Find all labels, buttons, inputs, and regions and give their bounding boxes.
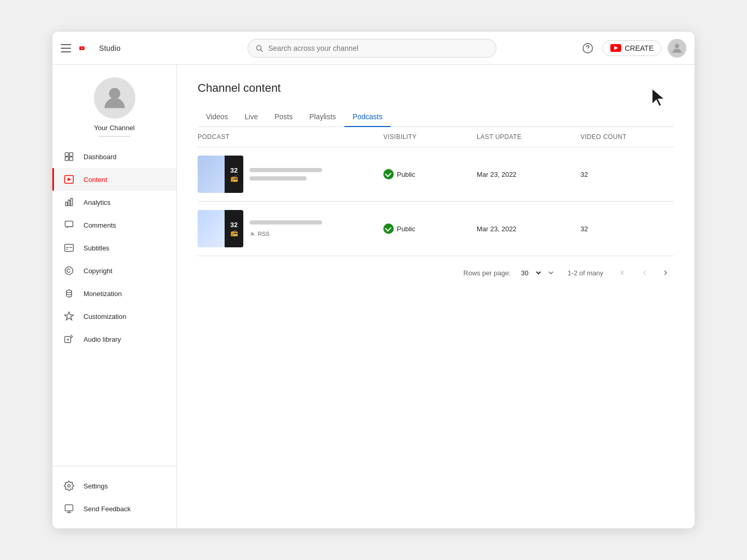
copyright-label: Copyright — [84, 267, 113, 275]
tab-posts[interactable]: Posts — [266, 107, 301, 127]
audio-library-icon — [63, 333, 75, 345]
podcast-radio-icon-1: 📻 — [230, 175, 238, 182]
tab-podcasts[interactable]: Podcasts — [344, 107, 391, 127]
dashboard-icon — [63, 150, 75, 163]
header-visibility: Visibility — [383, 133, 477, 141]
visibility-label-1: Public — [397, 171, 415, 178]
podcast-title-line-1 — [250, 168, 322, 172]
sidebar-item-audio-library[interactable]: Audio library — [52, 328, 176, 351]
rows-per-page-select[interactable]: 30 50 100 — [517, 268, 543, 278]
search-icon — [255, 44, 263, 52]
header-podcast: Podcast — [198, 133, 383, 141]
sidebar-item-subtitles[interactable]: Subtitles — [52, 236, 176, 259]
content-label: Content — [84, 176, 107, 184]
header-video-count: Video count — [580, 133, 674, 141]
pagination-range: 1-2 of many — [568, 269, 603, 277]
content-icon — [63, 173, 75, 186]
rss-tag: RSS — [250, 231, 322, 237]
content-tabs: Videos Live Posts Playlists Podcasts — [198, 107, 674, 127]
channel-avatar[interactable] — [94, 77, 135, 119]
tab-videos[interactable]: Videos — [198, 107, 237, 127]
monetization-icon — [63, 287, 75, 300]
svg-point-28 — [68, 485, 71, 487]
svg-point-9 — [109, 88, 120, 100]
sidebar-item-monetization[interactable]: Monetization — [52, 282, 176, 305]
channel-info: Your Channel — [52, 65, 176, 145]
logo[interactable]: Studio — [79, 43, 121, 54]
pagination-next-button[interactable] — [657, 264, 674, 281]
dashboard-label: Dashboard — [84, 153, 117, 161]
podcast-thumbnail-2[interactable]: 32 📻 — [198, 210, 243, 247]
podcast-cell-1: 32 📻 — [198, 156, 383, 193]
studio-label: Studio — [99, 44, 121, 52]
page-title: Channel content — [198, 81, 674, 95]
analytics-label: Analytics — [84, 199, 110, 206]
visibility-cell-1: Public — [383, 169, 477, 179]
svg-rect-18 — [71, 199, 72, 206]
table-row: 32 📻 RSS — [198, 202, 674, 256]
sidebar-item-settings[interactable]: Settings — [52, 474, 176, 497]
count-cell-2: 32 — [580, 225, 674, 233]
audio-library-label: Audio library — [84, 335, 121, 343]
monetization-label: Monetization — [84, 290, 122, 298]
sidebar-item-analytics[interactable]: Analytics — [52, 191, 176, 214]
avatar[interactable] — [668, 39, 686, 58]
subtitles-icon — [63, 242, 75, 254]
feedback-label: Send Feedback — [84, 505, 131, 513]
create-label: CREATE — [625, 44, 654, 52]
pagination: Rows per page: 30 50 100 1-2 of many — [198, 256, 674, 289]
date-cell-1: Mar 23, 2022 — [477, 171, 580, 178]
sidebar-item-copyright[interactable]: Copyright — [52, 259, 176, 282]
visibility-cell-2: Public — [383, 223, 477, 234]
svg-rect-13 — [70, 157, 73, 161]
podcast-info-2: RSS — [250, 220, 322, 237]
podcasts-table: Podcast Visibility Last update Video cou… — [198, 127, 674, 289]
header-last-update: Last update — [477, 133, 580, 141]
sidebar-item-dashboard[interactable]: Dashboard — [52, 145, 176, 168]
comments-label: Comments — [84, 221, 116, 229]
topbar-right: CREATE — [579, 39, 686, 58]
analytics-icon — [63, 196, 75, 208]
table-row: 32 📻 Public Mar 23, 2022 — [198, 147, 674, 202]
podcast-thumbnail-1[interactable]: 32 📻 — [198, 156, 243, 193]
subtitles-label: Subtitles — [84, 244, 109, 252]
help-button[interactable] — [579, 40, 596, 57]
hamburger-menu-icon[interactable] — [61, 42, 73, 54]
main-content: Channel content Videos Live Posts Playli… — [177, 65, 695, 528]
sidebar: Your Channel Dashboard — [52, 65, 177, 528]
svg-rect-20 — [65, 244, 74, 251]
svg-rect-19 — [65, 221, 73, 227]
pagination-prev-button[interactable] — [637, 264, 653, 281]
nav-bottom: Settings Send Feedback — [52, 466, 176, 520]
podcast-subtitle-line-1 — [250, 176, 307, 180]
rss-label: RSS — [258, 231, 270, 237]
svg-rect-10 — [65, 153, 69, 157]
sidebar-item-comments[interactable]: Comments — [52, 214, 176, 236]
svg-rect-27 — [65, 337, 71, 343]
search-input[interactable] — [268, 44, 489, 52]
table-header: Podcast Visibility Last update Video cou… — [198, 127, 674, 147]
tab-playlists[interactable]: Playlists — [301, 107, 344, 127]
svg-line-3 — [261, 49, 262, 51]
customization-icon — [63, 310, 75, 323]
create-button[interactable]: CREATE — [602, 40, 661, 56]
svg-point-5 — [588, 50, 588, 50]
dropdown-icon — [547, 269, 555, 277]
settings-label: Settings — [84, 482, 108, 490]
copyright-icon — [63, 264, 75, 277]
pagination-first-button[interactable] — [616, 264, 632, 281]
visibility-dot-2 — [383, 223, 394, 234]
sidebar-item-customization[interactable]: Customization — [52, 305, 176, 328]
channel-name: Your Channel — [94, 124, 134, 132]
sidebar-item-content[interactable]: Content — [52, 168, 176, 191]
svg-rect-12 — [65, 157, 69, 161]
visibility-dot-1 — [383, 169, 394, 179]
sidebar-item-send-feedback[interactable]: Send Feedback — [52, 497, 176, 520]
channel-sub-line — [99, 136, 130, 137]
body: Your Channel Dashboard — [52, 65, 695, 528]
tab-live[interactable]: Live — [237, 107, 267, 127]
customization-label: Customization — [84, 313, 126, 320]
podcast-info-1 — [250, 168, 322, 180]
podcast-title-line-2 — [250, 220, 322, 225]
search-bar — [247, 39, 496, 58]
